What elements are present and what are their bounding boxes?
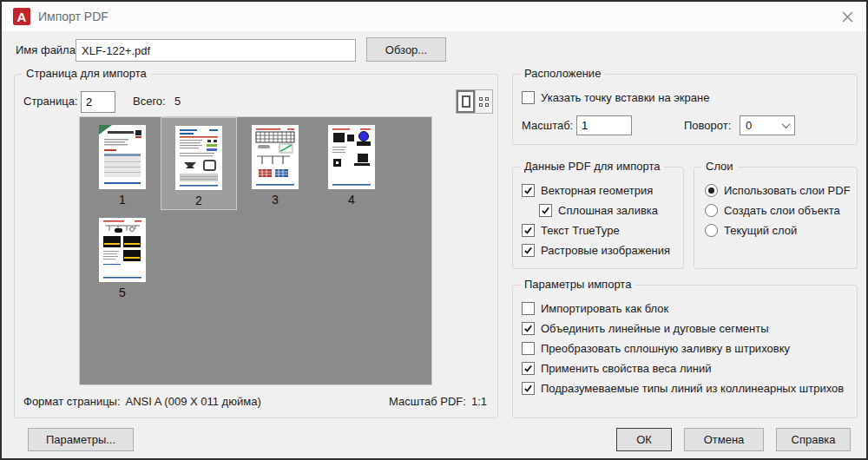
pdf-data-group-title: Данные PDF для импорта: [520, 160, 664, 173]
page-thumbnail-3[interactable]: 3: [237, 117, 313, 210]
page-number-label: 4: [348, 193, 355, 207]
checkbox-icon: [522, 362, 535, 375]
page-preview-image: [252, 125, 299, 189]
page-preview-image: [99, 218, 146, 282]
radio-label: Создать слои объекта: [724, 204, 840, 217]
checkbox-icon: [522, 224, 535, 237]
checkbox-icon: [522, 342, 535, 355]
dialog-title: Импорт PDF: [38, 10, 108, 23]
join-line-arc-segments-checkbox[interactable]: Объединить линейные и дуговые сегменты: [522, 319, 769, 338]
page-import-group: Страница для импорта Страница: Всего: 5 …: [14, 74, 498, 418]
checkbox-label: Растровые изображения: [541, 244, 670, 257]
solid-fill-checkbox[interactable]: Сплошная заливка: [539, 200, 658, 220]
options-button[interactable]: Параметры...: [28, 428, 134, 451]
file-name-label: Имя файла:: [16, 43, 79, 56]
help-button[interactable]: Справка: [776, 428, 851, 451]
radio-icon: [705, 184, 718, 197]
scale-label: Масштаб:: [522, 119, 573, 132]
page-number-label: 2: [195, 194, 202, 207]
page-number-input[interactable]: [81, 91, 115, 113]
current-layer-radio[interactable]: Текущий слой: [705, 220, 797, 240]
checkbox-icon: [522, 302, 535, 315]
single-page-view-icon[interactable]: [457, 90, 475, 113]
radio-icon: [705, 224, 718, 237]
create-object-layers-radio[interactable]: Создать слои объекта: [705, 200, 840, 220]
page-thumbnail-5[interactable]: 5: [84, 210, 161, 303]
import-as-block-checkbox[interactable]: Импортировать как блок: [522, 299, 668, 319]
page-number-label: 5: [119, 286, 126, 299]
layers-group: Слои Использовать слои PDFСоздать слои о…: [694, 167, 858, 269]
page-preview-image: [328, 125, 375, 189]
checkbox-icon: [522, 244, 535, 257]
raster-images-checkbox[interactable]: Растровые изображения: [522, 240, 670, 260]
thumbnail-view-toggle: [456, 89, 493, 114]
scale-input[interactable]: [576, 115, 632, 135]
checkbox-icon: [522, 322, 535, 335]
checkbox-icon: [522, 184, 535, 197]
pdf-scale-label: Масштаб PDF:: [389, 395, 466, 408]
truetype-text-checkbox[interactable]: Текст TrueType: [522, 220, 620, 240]
radio-label: Текущий слой: [724, 224, 797, 237]
apply-lineweight-properties-checkbox[interactable]: Применить свойства веса линий: [522, 358, 711, 378]
layers-group-title: Слои: [701, 160, 738, 173]
total-label: Всего:: [133, 95, 166, 108]
checkbox-label: Сплошная заливка: [558, 204, 658, 217]
page-preview-image: [175, 126, 222, 190]
total-value: 5: [174, 95, 181, 108]
page-preview-image: [99, 125, 146, 189]
radio-label: Использовать слои PDF: [724, 184, 851, 197]
import-pdf-dialog: A Импорт PDF Имя файла: Обзор... Страниц…: [0, 0, 868, 460]
page-thumbnail-1[interactable]: 1: [84, 117, 161, 210]
pdf-scale-value: 1:1: [471, 395, 487, 408]
page-thumbnail-4[interactable]: 4: [313, 117, 390, 210]
checkbox-label: Указать точку вставки на экране: [541, 91, 709, 104]
page-import-group-title: Страница для импорта: [22, 67, 151, 80]
location-group: Расположение Указать точку вставки на эк…: [512, 74, 858, 145]
close-icon[interactable]: [837, 7, 858, 26]
cancel-button[interactable]: Отмена: [684, 428, 764, 451]
pdf-data-group: Данные PDF для импорта Векторная геометр…: [512, 167, 684, 269]
chevron-down-icon: [782, 120, 791, 128]
import-options-group: Параметры импорта Импортировать как блок…: [512, 285, 858, 418]
ok-button[interactable]: ОК: [616, 428, 672, 451]
grid-view-icon[interactable]: [475, 90, 492, 113]
checkbox-label: Импортировать как блок: [541, 302, 668, 315]
page-number-label: 3: [272, 193, 279, 207]
page-number-label: 1: [119, 193, 126, 207]
convert-fills-to-hatches-checkbox[interactable]: Преобразовать сплошную заливку в штрихов…: [522, 338, 790, 358]
autocad-logo-icon: A: [13, 8, 30, 25]
page-format-label: Формат страницы:: [23, 395, 121, 408]
import-options-group-title: Параметры импорта: [520, 278, 635, 291]
infer-linetypes-from-dashes-checkbox[interactable]: Подразумеваемые типы линий из коллинеарн…: [522, 378, 844, 398]
browse-button[interactable]: Обзор...: [366, 37, 446, 62]
vector-geometry-checkbox[interactable]: Векторная геометрия: [522, 181, 653, 200]
checkbox-label: Векторная геометрия: [541, 184, 653, 197]
title-bar: A Импорт PDF: [2, 2, 866, 31]
rotation-dropdown[interactable]: 0: [740, 115, 795, 135]
checkbox-label: Применить свойства веса линий: [541, 362, 711, 375]
use-pdf-layers-radio[interactable]: Использовать слои PDF: [705, 181, 851, 200]
rotation-value: 0: [746, 119, 752, 132]
checkbox-icon: [539, 204, 552, 217]
specify-insertion-point-checkbox[interactable]: Указать точку вставки на экране: [522, 88, 709, 108]
checkbox-label: Объединить линейные и дуговые сегменты: [541, 322, 769, 335]
checkbox-icon: [522, 382, 535, 395]
checkbox-label: Преобразовать сплошную заливку в штрихов…: [541, 342, 790, 355]
page-label: Страница:: [23, 95, 78, 108]
checkbox-icon: [522, 91, 535, 104]
file-name-input[interactable]: [76, 39, 356, 62]
page-thumbnail-2[interactable]: 2: [161, 117, 237, 210]
location-group-title: Расположение: [520, 67, 605, 80]
checkbox-label: Подразумеваемые типы линий из коллинеарн…: [541, 382, 844, 395]
checkbox-label: Текст TrueType: [541, 224, 620, 237]
radio-icon: [705, 204, 718, 217]
thumbnail-panel: 12345: [79, 116, 432, 385]
rotation-label: Поворот:: [684, 119, 731, 132]
page-format-value: ANSI A (009 X 011 дюйма): [126, 395, 261, 408]
